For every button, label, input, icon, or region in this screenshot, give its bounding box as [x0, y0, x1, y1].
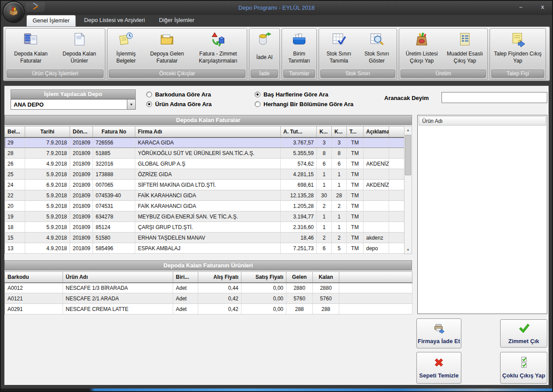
column-header[interactable]: K...	[332, 126, 347, 137]
ribbon-button-stok-siniri-tanimla[interactable]: Stok Sınırı Tanımla	[320, 29, 358, 70]
cell[interactable]: 585496	[93, 243, 135, 254]
cell[interactable]: 201809	[70, 233, 93, 243]
cell[interactable]: 5760	[286, 293, 313, 304]
cell[interactable]: 0,00	[241, 304, 286, 314]
cell[interactable]	[364, 148, 389, 159]
cell[interactable]: 4.9.2018	[25, 159, 70, 169]
cell[interactable]: 5	[332, 243, 347, 254]
cell[interactable]: A0121	[5, 293, 63, 304]
column-header[interactable]: Gelen	[286, 272, 313, 283]
cell[interactable]: 0,44	[198, 283, 241, 293]
cell[interactable]: 726556	[93, 137, 135, 148]
column-header[interactable]: Alış Fiyatı	[198, 272, 241, 283]
cell[interactable]: Adet	[173, 304, 198, 314]
table-row[interactable]: 185.9.201820180985124ÇARŞI GRUP LTD.ŞTİ.…	[5, 222, 405, 233]
cell[interactable]: AKDENİZ	[364, 159, 389, 169]
cell[interactable]: 1	[317, 222, 332, 233]
quick-access-toolbar[interactable]	[26, 2, 45, 12]
ribbon-button-stok-siniri-goster[interactable]: Stok Sınırı Göster	[358, 29, 396, 70]
cell[interactable]: 7.9.2018	[25, 137, 70, 148]
scrollbar-thumb[interactable]	[405, 135, 411, 175]
cell[interactable]: 8	[317, 148, 332, 159]
ribbon-button-depoya-gelen-faturalar[interactable]: Depoya Gelen Faturalar	[144, 29, 190, 70]
cell[interactable]: 51885	[93, 148, 135, 159]
cell[interactable]	[389, 159, 405, 169]
cell[interactable]: 4.281,15	[281, 169, 317, 180]
firmaya-iade-et-button[interactable]: Firmaya İade Et	[416, 318, 461, 348]
cell[interactable]: 85124	[93, 222, 135, 233]
cell[interactable]: 698,61	[281, 180, 317, 190]
cell[interactable]: 7.251,73	[281, 243, 317, 254]
cell[interactable]	[389, 169, 405, 180]
cell[interactable]	[389, 148, 405, 159]
cell[interactable]: 3	[317, 137, 332, 148]
cell[interactable]: 007065	[93, 180, 135, 190]
cell[interactable]: 201809	[70, 222, 93, 233]
cell[interactable]: 201809	[70, 201, 93, 211]
scroll-up-icon[interactable]: ▲	[405, 126, 412, 134]
cell[interactable]: 1	[332, 222, 347, 233]
cell[interactable]: NESCAFE CREMA LATTE	[63, 304, 173, 314]
ribbon-button-depoda-kalan-urunler[interactable]: Depoda Kalan Ürünler	[55, 29, 104, 70]
cell[interactable]: 4.9.2018	[25, 243, 70, 254]
cell[interactable]: 2880	[286, 283, 313, 293]
cell[interactable]: 4.9.2018	[25, 233, 70, 243]
ribbon-button-uretim-listesi-cikisi-yap[interactable]: Üretim Listesi Çıkışı Yap	[400, 29, 443, 70]
ribbon-button-birim-tanimlari[interactable]: Birim Tanımları	[283, 29, 315, 70]
cell[interactable]: Adet	[173, 293, 198, 304]
radio-barkoduna-gore-ara[interactable]: Barkoduna Göre Ara	[146, 91, 211, 98]
ribbon-button-talep-fisinden-cikis-yap[interactable]: Talep Fişinden Cıkış Yap	[492, 29, 544, 70]
cell[interactable]: 5.9.2018	[25, 211, 70, 222]
cell[interactable]: TM	[347, 211, 364, 222]
cell[interactable]: ERHAN TAŞDELEN MANAV	[135, 233, 281, 243]
table-row[interactable]: 287.9.201820180951885YÖRÜKOĞLU SÜT VE ÜR…	[5, 148, 405, 159]
cell[interactable]: 201809	[70, 148, 93, 159]
cell[interactable]: 2	[317, 201, 332, 211]
cell[interactable]	[339, 283, 412, 293]
table-row[interactable]: 225.9.2018201809074539-40FAİK KARAHANCI …	[5, 190, 405, 201]
table-row[interactable]: A0291NESCAFE CREMA LATTEAdet0,420,002882…	[5, 304, 412, 314]
cell[interactable]	[389, 233, 405, 243]
cell[interactable]: 26	[5, 159, 25, 169]
cell[interactable]: 201809	[70, 159, 93, 169]
table-row[interactable]: 246.9.2018201809007065SİFTERİ MAKİNA GID…	[5, 180, 405, 190]
radio-icon[interactable]	[255, 101, 260, 107]
column-header[interactable]: Barkodu	[5, 272, 63, 283]
app-menu-button[interactable]	[4, 2, 24, 22]
cell[interactable]: 18	[5, 222, 25, 233]
cell[interactable]	[389, 190, 405, 201]
table-row[interactable]: 195.9.2018201809634278MEYBUZ GIDA ENERJİ…	[5, 211, 405, 222]
table-row[interactable]: 205.9.2018201809074531FAİK KARAHANCI GID…	[5, 201, 405, 211]
table-row[interactable]: 134.9.2018201809585496ESPAK AMBALAJ7.251…	[5, 243, 405, 254]
cell[interactable]: 19	[5, 211, 25, 222]
radio-icon[interactable]	[255, 92, 260, 97]
cell[interactable]: 1	[332, 169, 347, 180]
cell[interactable]	[364, 211, 389, 222]
cell[interactable]: 1	[332, 211, 347, 222]
cell[interactable]: 25	[5, 169, 25, 180]
cell[interactable]: Adet	[173, 283, 198, 293]
cell[interactable]: NESCAFE 2/1 ARADA	[63, 293, 173, 304]
search-term-input[interactable]	[442, 92, 547, 103]
cell[interactable]: 12.135,28	[281, 190, 317, 201]
table-row[interactable]: A0121NESCAFE 2/1 ARADAAdet0,420,00576057…	[5, 293, 412, 304]
ribbon-button-fatura-zimmet-karsilastirmalari[interactable]: Fatura - Zimmet Karşılaştırmaları	[190, 29, 246, 70]
cell[interactable]	[364, 190, 389, 201]
cell[interactable]: 201809	[70, 190, 93, 201]
cell[interactable]: 0,00	[241, 283, 286, 293]
cell[interactable]: 201809	[70, 169, 93, 180]
cell[interactable]: TM	[347, 243, 364, 254]
cell[interactable]: ÇARŞI GRUP LTD.ŞTİ.	[135, 222, 281, 233]
cell[interactable]: 5.9.2018	[25, 190, 70, 201]
cell[interactable]: 0,42	[198, 293, 241, 304]
ribbon-button-islenmis-belgeler[interactable]: İşlenmiş Belgeler	[108, 29, 144, 70]
cell[interactable]: 074531	[93, 201, 135, 211]
cell[interactable]: 1	[317, 169, 332, 180]
basket-list-panel[interactable]: Ürün Adı	[417, 115, 547, 314]
cell[interactable]: 28	[5, 148, 25, 159]
table-row[interactable]: 255.9.2018201809173888ÖZRİZE GIDA4.281,1…	[5, 169, 405, 180]
cell[interactable]: AKDENİZ	[364, 180, 389, 190]
close-button[interactable]: x	[541, 4, 544, 10]
coklu-cikis-yap-button[interactable]: Çoklu Çıkış Yap	[500, 352, 547, 384]
cell[interactable]: NESCAFE 1/3 BİRARADA	[63, 283, 173, 293]
